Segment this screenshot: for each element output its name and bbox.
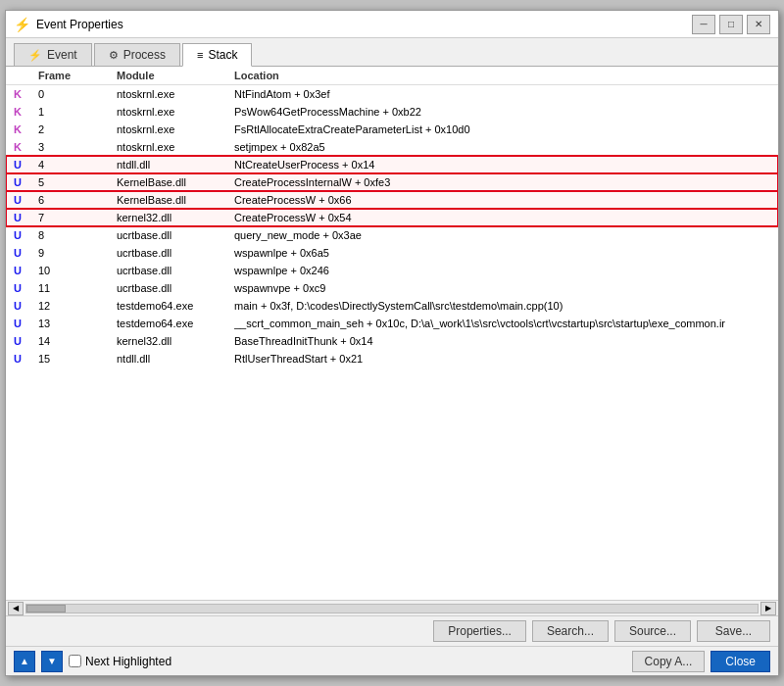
process-tab-icon: ⚙ <box>109 49 119 62</box>
row-module: ucrtbase.dll <box>117 229 234 241</box>
next-highlighted-checkbox-area: Next Highlighted <box>69 655 172 668</box>
row-location: wspawnlpe + 0x246 <box>234 265 770 276</box>
row-location: RtlUserThreadStart + 0x21 <box>234 353 770 365</box>
row-frame: 11 <box>38 282 117 294</box>
row-letter: U <box>14 353 38 365</box>
window-title: Event Properties <box>36 18 692 31</box>
source-button[interactable]: Source... <box>614 620 691 642</box>
status-bar: ▲ ▼ Next Highlighted Copy A... Close <box>6 646 778 675</box>
table-row[interactable]: U5KernelBase.dllCreateProcessInternalW +… <box>6 173 778 191</box>
row-frame: 9 <box>38 247 117 259</box>
table-row[interactable]: U8ucrtbase.dllquery_new_mode + 0x3ae <box>6 226 778 244</box>
row-module: ntoskrnl.exe <box>117 123 234 135</box>
scroll-left-button[interactable]: ◀ <box>8 602 24 615</box>
bottom-toolbar: Properties... Search... Source... Save..… <box>6 615 778 646</box>
row-location: NtFindAtom + 0x3ef <box>234 88 770 100</box>
row-module: ntdll.dll <box>117 353 234 365</box>
table-header: Frame Module Location <box>6 67 778 85</box>
row-letter: U <box>14 229 38 241</box>
row-module: ucrtbase.dll <box>117 247 234 259</box>
table-row[interactable]: U13testdemo64.exe__scrt_common_main_seh … <box>6 315 778 332</box>
stack-tab-icon: ≡ <box>197 49 203 61</box>
row-letter: K <box>14 88 38 100</box>
col-header-module: Module <box>117 70 234 81</box>
table-body: K0ntoskrnl.exeNtFindAtom + 0x3efK1ntoskr… <box>6 85 778 600</box>
next-highlighted-label: Next Highlighted <box>85 655 172 668</box>
close-button[interactable]: Close <box>710 651 770 672</box>
row-module: ntoskrnl.exe <box>117 88 234 100</box>
next-highlighted-checkbox[interactable] <box>69 655 81 667</box>
table-row[interactable]: U11ucrtbase.dllwspawnvpe + 0xc9 <box>6 279 778 297</box>
row-location: CreateProcessInternalW + 0xfe3 <box>234 176 770 188</box>
tab-event-label: Event <box>47 48 77 62</box>
tab-process[interactable]: ⚙ Process <box>94 43 180 66</box>
table-row[interactable]: K3ntoskrnl.exesetjmpex + 0x82a5 <box>6 138 778 156</box>
row-letter: K <box>14 123 38 135</box>
row-module: ucrtbase.dll <box>117 282 234 294</box>
table-row[interactable]: K1ntoskrnl.exePsWow64GetProcessMachine +… <box>6 103 778 121</box>
row-module: kernel32.dll <box>117 212 234 223</box>
row-module: kernel32.dll <box>117 335 234 347</box>
tab-event[interactable]: ⚡ Event <box>14 43 92 66</box>
row-letter: K <box>14 106 38 118</box>
window-icon: ⚡ <box>14 17 30 32</box>
row-location: __scrt_common_main_seh + 0x10c, D:\a\_wo… <box>234 318 770 329</box>
col-header-location: Location <box>234 70 770 81</box>
table-row[interactable]: U7kernel32.dllCreateProcessW + 0x54 <box>6 209 778 226</box>
prev-highlighted-button[interactable]: ▲ <box>14 651 35 672</box>
table-row[interactable]: U6KernelBase.dllCreateProcessW + 0x66 <box>6 191 778 209</box>
row-frame: 13 <box>38 318 117 329</box>
table-row[interactable]: U4ntdll.dllNtCreateUserProcess + 0x14 <box>6 156 778 173</box>
col-header-frame: Frame <box>38 70 117 81</box>
copy-button[interactable]: Copy A... <box>632 651 706 672</box>
maximize-button[interactable]: □ <box>719 15 743 34</box>
row-module: ntoskrnl.exe <box>117 141 234 153</box>
row-letter: U <box>14 247 38 259</box>
table-row[interactable]: U12testdemo64.exemain + 0x3f, D:\codes\D… <box>6 297 778 315</box>
title-bar: ⚡ Event Properties ─ □ ✕ <box>6 11 778 38</box>
row-module: testdemo64.exe <box>117 318 234 329</box>
table-row[interactable]: U9ucrtbase.dllwspawnlpe + 0x6a5 <box>6 244 778 262</box>
save-button[interactable]: Save... <box>697 620 770 642</box>
table-row[interactable]: K2ntoskrnl.exeFsRtlAllocateExtraCreatePa… <box>6 121 778 138</box>
row-letter: U <box>14 282 38 294</box>
row-letter: U <box>14 335 38 347</box>
next-highlighted-button[interactable]: ▼ <box>41 651 63 672</box>
row-frame: 1 <box>38 106 117 118</box>
search-button[interactable]: Search... <box>532 620 609 642</box>
row-module: ntdll.dll <box>117 159 234 171</box>
row-letter: U <box>14 194 38 206</box>
tab-stack-label: Stack <box>208 48 237 62</box>
row-letter: U <box>14 318 38 329</box>
row-location: main + 0x3f, D:\codes\DirectlySystemCall… <box>234 300 770 312</box>
row-location: wspawnvpe + 0xc9 <box>234 282 770 294</box>
properties-button[interactable]: Properties... <box>433 620 526 642</box>
row-module: KernelBase.dll <box>117 176 234 188</box>
table-row[interactable]: U14kernel32.dllBaseThreadInitThunk + 0x1… <box>6 332 778 350</box>
row-letter: U <box>14 265 38 276</box>
scroll-track[interactable] <box>25 604 759 613</box>
row-location: wspawnlpe + 0x6a5 <box>234 247 770 259</box>
table-row[interactable]: U15ntdll.dllRtlUserThreadStart + 0x21 <box>6 350 778 368</box>
scroll-thumb[interactable] <box>26 605 66 612</box>
event-tab-icon: ⚡ <box>28 49 42 62</box>
row-frame: 15 <box>38 353 117 365</box>
row-module: KernelBase.dll <box>117 194 234 206</box>
scroll-right-button[interactable]: ▶ <box>760 602 776 615</box>
row-location: NtCreateUserProcess + 0x14 <box>234 159 770 171</box>
row-letter: U <box>14 176 38 188</box>
minimize-button[interactable]: ─ <box>692 15 715 34</box>
table-row[interactable]: U10ucrtbase.dllwspawnlpe + 0x246 <box>6 262 778 279</box>
row-letter: U <box>14 300 38 312</box>
tab-process-label: Process <box>123 48 166 62</box>
row-frame: 4 <box>38 159 117 171</box>
tab-stack[interactable]: ≡ Stack <box>182 43 252 67</box>
row-module: ntoskrnl.exe <box>117 106 234 118</box>
horizontal-scrollbar[interactable]: ◀ ▶ <box>6 600 778 615</box>
row-frame: 5 <box>38 176 117 188</box>
row-frame: 6 <box>38 194 117 206</box>
row-letter: U <box>14 159 38 171</box>
table-row[interactable]: K0ntoskrnl.exeNtFindAtom + 0x3ef <box>6 85 778 103</box>
row-location: CreateProcessW + 0x66 <box>234 194 770 206</box>
close-window-button[interactable]: ✕ <box>747 15 770 34</box>
